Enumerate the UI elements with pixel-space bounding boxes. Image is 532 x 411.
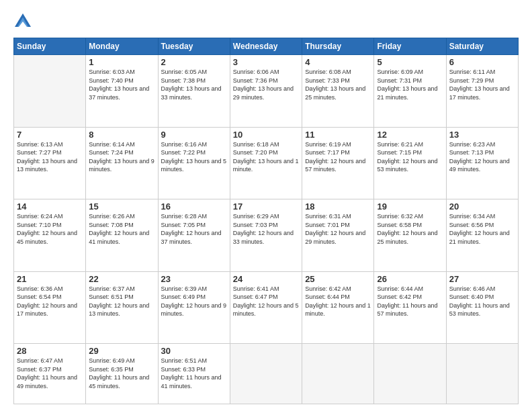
calendar-cell <box>14 55 86 128</box>
week-row-1: 1Sunrise: 6:03 AMSunset: 7:40 PMDaylight… <box>14 55 519 128</box>
weekday-header-sunday: Sunday <box>14 38 86 55</box>
logo <box>13 12 35 31</box>
day-number: 28 <box>17 346 83 356</box>
day-info: Sunrise: 6:34 AMSunset: 6:56 PMDaylight:… <box>449 212 515 246</box>
day-number: 12 <box>377 130 443 140</box>
day-number: 25 <box>305 274 371 284</box>
calendar-cell <box>302 344 374 404</box>
day-number: 24 <box>233 274 299 284</box>
day-number: 15 <box>89 201 154 212</box>
day-info: Sunrise: 6:18 AMSunset: 7:20 PMDaylight:… <box>233 140 299 174</box>
day-info: Sunrise: 6:36 AMSunset: 6:54 PMDaylight:… <box>17 285 83 318</box>
day-info: Sunrise: 6:11 AMSunset: 7:29 PMDaylight:… <box>449 68 515 101</box>
day-number: 21 <box>17 274 83 284</box>
day-info: Sunrise: 6:51 AMSunset: 6:33 PMDaylight:… <box>161 357 227 390</box>
calendar-cell: 18Sunrise: 6:31 AMSunset: 7:01 PMDayligh… <box>302 199 374 272</box>
calendar-cell <box>374 344 446 404</box>
header <box>13 12 519 31</box>
calendar-cell: 29Sunrise: 6:49 AMSunset: 6:35 PMDayligh… <box>86 344 158 404</box>
weekday-header-row: SundayMondayTuesdayWednesdayThursdayFrid… <box>14 38 519 55</box>
day-number: 17 <box>233 201 299 212</box>
calendar-cell: 13Sunrise: 6:23 AMSunset: 7:13 PMDayligh… <box>446 127 518 199</box>
day-number: 11 <box>305 130 371 140</box>
day-number: 9 <box>161 130 227 140</box>
calendar-table: SundayMondayTuesdayWednesdayThursdayFrid… <box>13 38 519 404</box>
calendar-cell: 21Sunrise: 6:36 AMSunset: 6:54 PMDayligh… <box>14 271 86 344</box>
day-number: 22 <box>89 274 154 284</box>
day-info: Sunrise: 6:21 AMSunset: 7:15 PMDaylight:… <box>377 140 443 174</box>
calendar-cell: 27Sunrise: 6:46 AMSunset: 6:40 PMDayligh… <box>446 271 518 344</box>
day-number: 26 <box>377 274 443 284</box>
week-row-2: 7Sunrise: 6:13 AMSunset: 7:27 PMDaylight… <box>14 127 519 199</box>
day-number: 14 <box>17 201 83 212</box>
day-info: Sunrise: 6:13 AMSunset: 7:27 PMDaylight:… <box>17 140 83 174</box>
day-number: 4 <box>305 57 371 67</box>
calendar-cell <box>230 344 302 404</box>
day-number: 10 <box>233 130 299 140</box>
day-info: Sunrise: 6:09 AMSunset: 7:31 PMDaylight:… <box>377 68 443 101</box>
weekday-header-friday: Friday <box>374 38 446 55</box>
calendar-cell: 24Sunrise: 6:41 AMSunset: 6:47 PMDayligh… <box>230 271 302 344</box>
day-info: Sunrise: 6:41 AMSunset: 6:47 PMDaylight:… <box>233 285 299 318</box>
day-info: Sunrise: 6:46 AMSunset: 6:40 PMDaylight:… <box>449 285 515 318</box>
weekday-header-tuesday: Tuesday <box>158 38 230 55</box>
calendar-cell: 15Sunrise: 6:26 AMSunset: 7:08 PMDayligh… <box>86 199 158 272</box>
calendar-cell: 4Sunrise: 6:08 AMSunset: 7:33 PMDaylight… <box>302 55 374 128</box>
calendar-cell: 30Sunrise: 6:51 AMSunset: 6:33 PMDayligh… <box>158 344 230 404</box>
day-number: 5 <box>377 57 443 67</box>
day-number: 29 <box>89 346 154 356</box>
day-info: Sunrise: 6:28 AMSunset: 7:05 PMDaylight:… <box>161 212 227 246</box>
day-info: Sunrise: 6:29 AMSunset: 7:03 PMDaylight:… <box>233 212 299 246</box>
calendar-cell: 14Sunrise: 6:24 AMSunset: 7:10 PMDayligh… <box>14 199 86 272</box>
day-info: Sunrise: 6:39 AMSunset: 6:49 PMDaylight:… <box>161 285 227 318</box>
calendar-cell: 17Sunrise: 6:29 AMSunset: 7:03 PMDayligh… <box>230 199 302 272</box>
week-row-5: 28Sunrise: 6:47 AMSunset: 6:37 PMDayligh… <box>14 344 519 404</box>
day-number: 13 <box>449 130 515 140</box>
day-number: 27 <box>449 274 515 284</box>
day-info: Sunrise: 6:14 AMSunset: 7:24 PMDaylight:… <box>89 140 154 174</box>
day-info: Sunrise: 6:03 AMSunset: 7:40 PMDaylight:… <box>89 68 154 101</box>
day-info: Sunrise: 6:44 AMSunset: 6:42 PMDaylight:… <box>377 285 443 318</box>
day-number: 1 <box>89 57 154 67</box>
calendar-cell: 2Sunrise: 6:05 AMSunset: 7:38 PMDaylight… <box>158 55 230 128</box>
day-number: 7 <box>17 130 83 140</box>
logo-icon <box>13 12 32 31</box>
day-info: Sunrise: 6:32 AMSunset: 6:58 PMDaylight:… <box>377 212 443 246</box>
weekday-header-thursday: Thursday <box>302 38 374 55</box>
day-info: Sunrise: 6:24 AMSunset: 7:10 PMDaylight:… <box>17 212 83 246</box>
day-info: Sunrise: 6:05 AMSunset: 7:38 PMDaylight:… <box>161 68 227 101</box>
day-info: Sunrise: 6:49 AMSunset: 6:35 PMDaylight:… <box>89 357 154 390</box>
calendar-cell: 20Sunrise: 6:34 AMSunset: 6:56 PMDayligh… <box>446 199 518 272</box>
day-info: Sunrise: 6:47 AMSunset: 6:37 PMDaylight:… <box>17 357 83 390</box>
weekday-header-wednesday: Wednesday <box>230 38 302 55</box>
day-number: 30 <box>161 346 227 356</box>
weekday-header-monday: Monday <box>86 38 158 55</box>
day-info: Sunrise: 6:16 AMSunset: 7:22 PMDaylight:… <box>161 140 227 174</box>
calendar-cell: 16Sunrise: 6:28 AMSunset: 7:05 PMDayligh… <box>158 199 230 272</box>
calendar-cell: 5Sunrise: 6:09 AMSunset: 7:31 PMDaylight… <box>374 55 446 128</box>
day-info: Sunrise: 6:19 AMSunset: 7:17 PMDaylight:… <box>305 140 371 174</box>
calendar-header: SundayMondayTuesdayWednesdayThursdayFrid… <box>14 38 519 55</box>
day-number: 18 <box>305 201 371 212</box>
day-number: 6 <box>449 57 515 67</box>
weekday-header-saturday: Saturday <box>446 38 518 55</box>
calendar-cell <box>446 344 518 404</box>
day-info: Sunrise: 6:31 AMSunset: 7:01 PMDaylight:… <box>305 212 371 246</box>
day-number: 16 <box>161 201 227 212</box>
calendar-cell: 6Sunrise: 6:11 AMSunset: 7:29 PMDaylight… <box>446 55 518 128</box>
calendar-cell: 1Sunrise: 6:03 AMSunset: 7:40 PMDaylight… <box>86 55 158 128</box>
day-number: 20 <box>449 201 515 212</box>
day-info: Sunrise: 6:42 AMSunset: 6:44 PMDaylight:… <box>305 285 371 318</box>
day-info: Sunrise: 6:08 AMSunset: 7:33 PMDaylight:… <box>305 68 371 101</box>
calendar-cell: 12Sunrise: 6:21 AMSunset: 7:15 PMDayligh… <box>374 127 446 199</box>
calendar-cell: 26Sunrise: 6:44 AMSunset: 6:42 PMDayligh… <box>374 271 446 344</box>
calendar-cell: 23Sunrise: 6:39 AMSunset: 6:49 PMDayligh… <box>158 271 230 344</box>
calendar-cell: 9Sunrise: 6:16 AMSunset: 7:22 PMDaylight… <box>158 127 230 199</box>
day-number: 2 <box>161 57 227 67</box>
day-number: 8 <box>89 130 154 140</box>
calendar-cell: 22Sunrise: 6:37 AMSunset: 6:51 PMDayligh… <box>86 271 158 344</box>
page: SundayMondayTuesdayWednesdayThursdayFrid… <box>0 0 532 411</box>
calendar-cell: 19Sunrise: 6:32 AMSunset: 6:58 PMDayligh… <box>374 199 446 272</box>
calendar-cell: 11Sunrise: 6:19 AMSunset: 7:17 PMDayligh… <box>302 127 374 199</box>
day-info: Sunrise: 6:37 AMSunset: 6:51 PMDaylight:… <box>89 285 154 318</box>
